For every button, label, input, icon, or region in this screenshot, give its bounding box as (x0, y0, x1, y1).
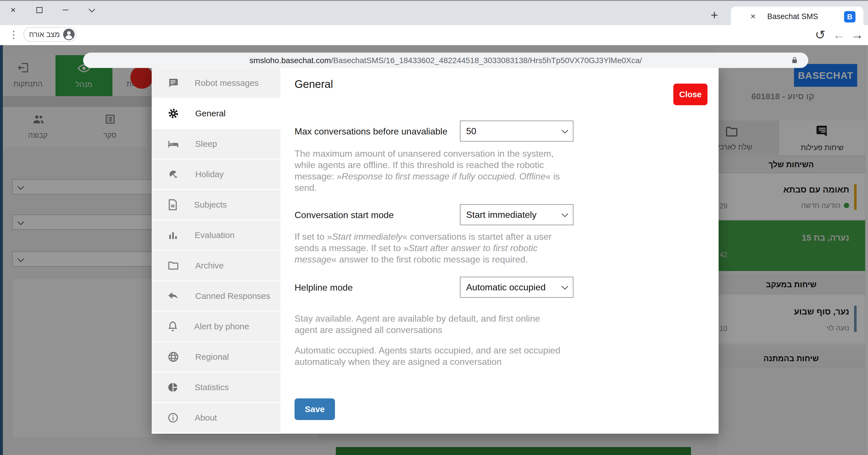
description-automatic-occupied: Automatic occupied. Agents starts occupi… (294, 345, 596, 367)
desc-line-italic: Response to first message if fully occup… (342, 171, 546, 182)
window-menu-button[interactable] (86, 5, 96, 15)
umbrella-icon (167, 168, 179, 180)
field-label-max-conversations: Max conversations before unavaliable (294, 126, 447, 137)
favicon: B (844, 11, 856, 23)
tab-close-button[interactable]: × (747, 10, 759, 22)
sidebar-item-sleep[interactable]: Sleep (152, 129, 280, 159)
close-button-label: Close (679, 90, 702, 99)
save-button-label: Save (305, 404, 325, 414)
plus-icon: + (711, 8, 718, 22)
field-label-start-mode: Conversation start mode (294, 210, 394, 220)
chevron-down-icon (562, 211, 568, 217)
sidebar-item-label: General (195, 109, 226, 118)
favicon-letter: B (847, 12, 852, 21)
chevron-down-icon (562, 283, 568, 290)
bed-icon (167, 138, 179, 150)
chevron-down-icon (562, 127, 568, 134)
description-start-mode: If set to »Start immediately« conversati… (294, 231, 596, 265)
close-icon: × (10, 5, 16, 15)
sidebar-item-holiday[interactable]: Holiday (152, 160, 280, 189)
minimize-icon (63, 10, 68, 10)
bell-icon (167, 321, 178, 332)
sidebar-item-label: Sleep (195, 139, 217, 149)
sidebar-item-label: Robot messages (195, 78, 259, 88)
lock-icon[interactable] (790, 56, 799, 65)
desc-line: Stay available. Agent are available by d… (294, 314, 540, 324)
sidebar-item-label: Evaluation (195, 230, 235, 240)
sidebar-item-archive[interactable]: Archive (152, 251, 280, 281)
desc-line-italic: message (294, 254, 332, 264)
desc-line: automaticaly when they are asigned a con… (294, 357, 502, 367)
reload-button[interactable]: ↺ (813, 27, 828, 43)
globe-icon (167, 351, 179, 363)
reload-icon: ↺ (815, 28, 826, 42)
chevron-down-icon (89, 6, 95, 12)
select-value: Start immediately (466, 209, 536, 220)
desc-line: « conversations is startet after a user (402, 231, 552, 242)
field-label-helpline-mode: Helpline mode (294, 282, 353, 293)
sidebar-item-regional[interactable]: Regional (152, 342, 280, 372)
desc-line: agent are assigned all conversations (294, 325, 442, 335)
sidebar-item-about[interactable]: About (152, 403, 280, 432)
arrow-right-icon: → (851, 28, 863, 42)
reply-arrow-icon (167, 291, 179, 301)
desc-line: If set to » (294, 231, 332, 242)
tab-title: Basechat SMS (767, 12, 818, 21)
gear-icon (167, 107, 179, 120)
desc-line-italic: Start after answer to first robotic (408, 243, 537, 253)
guest-profile-button[interactable]: מצב אורח (23, 27, 77, 42)
sidebar-item-statistics[interactable]: Statistics (152, 372, 280, 402)
url-domain: smsloho.basechat.com (249, 56, 331, 65)
sidebar-item-alert-by-phone[interactable]: Alert by phone (152, 312, 280, 341)
desc-line: « is (546, 171, 560, 182)
guest-mode-label: מצב אורח (29, 30, 60, 39)
desc-line: The maximum amount of unansered conversa… (294, 149, 554, 159)
desc-line: Automatic occupied. Agents starts occupi… (294, 345, 560, 355)
sidebar-item-label: Holiday (195, 169, 224, 179)
browser-tab[interactable]: × Basechat SMS B (731, 6, 863, 26)
desc-line: while agents are offline. If this thresh… (294, 160, 544, 170)
conversation-start-mode-select[interactable]: Start immediately (460, 204, 574, 225)
sidebar-item-label: Archive (195, 261, 224, 270)
description-max-conversations: The maximum amount of unansered conversa… (294, 148, 596, 193)
new-tab-button[interactable]: + (706, 7, 722, 23)
sidebar-item-general[interactable]: General (152, 99, 280, 128)
max-conversations-select[interactable]: 50 (460, 121, 574, 141)
close-icon: × (750, 11, 756, 22)
info-icon (167, 412, 179, 423)
arrow-left-icon: ← (833, 28, 845, 42)
forward-button[interactable]: → (850, 27, 865, 43)
description-stay-available: Stay available. Agent are available by d… (294, 313, 596, 335)
browser-titlebar: × + × Basechat SMS B (0, 0, 868, 26)
sidebar-item-robot-messages[interactable]: Robot messages (152, 68, 280, 98)
select-value: 50 (466, 126, 476, 136)
chat-bubble-icon (167, 77, 179, 89)
window-maximize-button[interactable] (34, 5, 44, 15)
window-close-button[interactable]: × (8, 5, 18, 15)
sidebar-item-label: Subjects (194, 200, 227, 209)
close-button[interactable]: Close (673, 84, 708, 105)
save-button[interactable]: Save (294, 398, 335, 420)
settings-sidebar: Robot messages General Sleep Holiday Sub… (152, 67, 280, 434)
sidebar-item-label: Alert by phone (194, 322, 249, 331)
url-text: smsloho.basechat.com/BasechatSMS/16_1843… (249, 56, 642, 65)
maximize-icon (36, 7, 42, 13)
back-button[interactable]: ← (832, 27, 846, 43)
helpline-mode-select[interactable]: Automatic occupied (460, 277, 574, 298)
sidebar-item-evaluation[interactable]: Evaluation (152, 220, 280, 250)
select-value: Automatic occupied (466, 282, 546, 293)
sidebar-item-label: About (195, 413, 217, 423)
url-bar[interactable]: smsloho.basechat.com/BasechatSMS/16_1843… (83, 53, 808, 68)
document-icon (167, 199, 178, 211)
bar-chart-icon (167, 229, 179, 241)
sidebar-item-label: Regional (195, 352, 229, 362)
url-path: /BasechatSMS/16_18433602_482244518_30330… (331, 56, 642, 65)
sidebar-item-subjects[interactable]: Subjects (152, 190, 280, 220)
sidebar-item-canned-responses[interactable]: Canned Responses (152, 281, 280, 311)
settings-modal: Robot messages General Sleep Holiday Sub… (152, 67, 719, 434)
screen: × + × Basechat SMS B ⋮ מצב אורח smsloho.… (0, 0, 868, 455)
browser-menu-button[interactable]: ⋮ (8, 27, 19, 43)
window-minimize-button[interactable] (60, 5, 70, 15)
desc-line: sends a message. If set to » (294, 243, 408, 253)
desc-line: « answer to the first robotic message is… (332, 254, 528, 264)
